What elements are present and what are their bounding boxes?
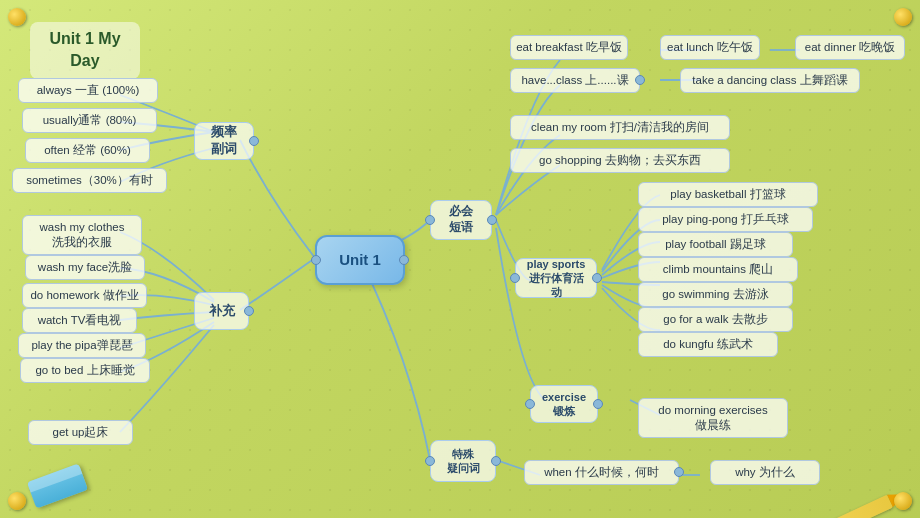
- leaf-basketball: play basketball 打篮球: [638, 182, 818, 207]
- leaf-often: often 经常 (60%): [25, 138, 150, 163]
- pinlv-dot-right: [249, 136, 259, 146]
- node-exercise: exercise 锻炼: [530, 385, 598, 423]
- leaf-always: always 一直 (100%): [18, 78, 158, 103]
- teshu-dot-right: [491, 456, 501, 466]
- board: Unit 1 My Day Unit 1 频率 副词 always 一直 (10…: [0, 0, 920, 518]
- pencil-decoration: [778, 495, 893, 518]
- leaf-go-to-bed: go to bed 上床睡觉: [20, 358, 150, 383]
- leaf-morning-exercises: do morning exercises 做晨练: [638, 398, 788, 438]
- category-pinlv: 频率 副词: [194, 122, 254, 160]
- leaf-swimming: go swimming 去游泳: [638, 282, 793, 307]
- leaf-clean-room: clean my room 打扫/清洁我的房间: [510, 115, 730, 140]
- leaf-take-dancing: take a dancing class 上舞蹈课: [680, 68, 860, 93]
- leaf-eat-lunch: eat lunch 吃午饭: [660, 35, 760, 60]
- leaf-play-pipa: play the pipa弹琵琶: [18, 333, 146, 358]
- leaf-eat-breakfast: eat breakfast 吃早饭: [510, 35, 628, 60]
- exercise-dot-l: [525, 399, 535, 409]
- play-sports-dot-r: [592, 273, 602, 283]
- have-class-dot-r: [635, 75, 645, 85]
- corner-pin-bl: [8, 492, 26, 510]
- leaf-go-shopping: go shopping 去购物；去买东西: [510, 148, 730, 173]
- eraser-decoration: [27, 463, 88, 508]
- node-play-sports: play sports 进行体育活动: [515, 258, 597, 298]
- leaf-do-homework: do homework 做作业: [22, 283, 147, 308]
- leaf-kungfu: do kungfu 练武术: [638, 332, 778, 357]
- when-dot-r: [674, 467, 684, 477]
- leaf-usually: usually通常 (80%): [22, 108, 157, 133]
- leaf-get-up: get up起床: [28, 420, 133, 445]
- teshu-dot-left: [425, 456, 435, 466]
- leaf-when: when 什么时候，何时: [524, 460, 679, 485]
- play-sports-dot-l: [510, 273, 520, 283]
- biguan-dot-left: [425, 215, 435, 225]
- leaf-football: play football 踢足球: [638, 232, 793, 257]
- leaf-climb-mountains: climb mountains 爬山: [638, 257, 798, 282]
- leaf-eat-dinner: eat dinner 吃晚饭: [795, 35, 905, 60]
- exercise-dot-r: [593, 399, 603, 409]
- corner-pin-br: [894, 492, 912, 510]
- leaf-wash-clothes: wash my clothes 洗我的衣服: [22, 215, 142, 255]
- buchong-dot-right: [244, 306, 254, 316]
- title-node: Unit 1 My Day: [30, 22, 140, 79]
- leaf-watch-tv: watch TV看电视: [22, 308, 137, 333]
- leaf-ping-pong: play ping-pong 打乒乓球: [638, 207, 813, 232]
- leaf-sometimes: sometimes（30%）有时: [12, 168, 167, 193]
- leaf-have-class: have...class 上......课: [510, 68, 640, 93]
- biguan-dot-right: [487, 215, 497, 225]
- category-teshu: 特殊 疑问词: [430, 440, 496, 482]
- center-dot-left: [311, 255, 321, 265]
- leaf-walk: go for a walk 去散步: [638, 307, 793, 332]
- category-biguan: 必会 短语: [430, 200, 492, 240]
- category-buchong: 补充: [194, 292, 249, 330]
- center-node: Unit 1: [315, 235, 405, 285]
- leaf-why: why 为什么: [710, 460, 820, 485]
- leaf-wash-face: wash my face洗脸: [25, 255, 145, 280]
- center-dot-right: [399, 255, 409, 265]
- corner-pin-tl: [8, 8, 26, 26]
- corner-pin-tr: [894, 8, 912, 26]
